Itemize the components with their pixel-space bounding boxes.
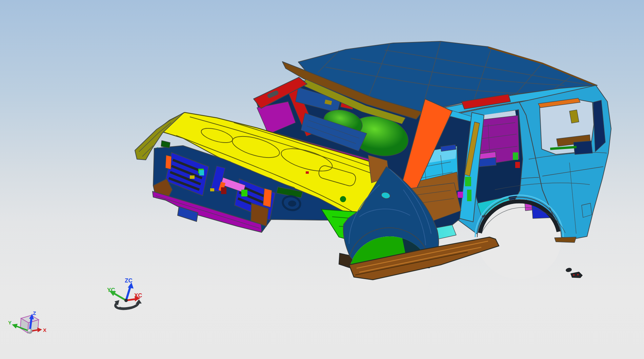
view-origin-sphere[interactable] [27, 329, 32, 334]
wcs-z-label: ZC [125, 277, 133, 284]
green-bit-1[interactable] [241, 190, 247, 196]
rear-lower-sliver[interactable] [555, 237, 576, 242]
b-pillar-green-accent[interactable] [465, 177, 471, 186]
view-x-label: X [43, 327, 46, 333]
headlamp-boss-core [288, 200, 296, 207]
view-z-label: Z [33, 310, 36, 316]
wcs-x-label: XC [134, 292, 142, 299]
loose-parts[interactable] [565, 267, 582, 278]
dark-green-bracket[interactable] [161, 141, 170, 148]
model-canvas[interactable]: ZC YC XC Z Y X [0, 0, 644, 359]
loose-part-bar[interactable] [571, 272, 582, 278]
car-model[interactable] [135, 41, 611, 316]
view-x-arrowhead[interactable] [37, 328, 42, 332]
loose-part-dot-2 [577, 274, 579, 275]
rear-latch-green[interactable] [513, 152, 518, 160]
wcs-y-axis[interactable] [114, 293, 126, 300]
wcs-origin[interactable] [124, 299, 128, 302]
yellow-bit-1[interactable] [190, 175, 195, 179]
green-disc[interactable] [340, 196, 346, 202]
view-triad[interactable]: Z Y X [8, 310, 46, 334]
teal-bit[interactable] [199, 170, 204, 175]
wcs-triad[interactable]: ZC YC XC [107, 277, 142, 309]
loose-part-small[interactable] [565, 267, 572, 272]
orange-bit-1[interactable] [165, 155, 172, 169]
wcs-y-label: YC [107, 287, 115, 293]
wcs-z-axis[interactable] [126, 287, 130, 300]
orange-bit-2[interactable] [263, 188, 272, 207]
rear-tail-step[interactable] [582, 203, 592, 217]
cad-viewport[interactable]: ZC YC XC Z Y X [0, 0, 644, 359]
view-y-label: Y [8, 320, 12, 325]
view-y-arrowhead[interactable] [12, 324, 18, 329]
b-pillar-magenta-accent[interactable] [458, 192, 463, 198]
loose-part-dot-1 [573, 274, 575, 276]
dark-red-bit[interactable] [221, 187, 226, 194]
rear-latch-red[interactable] [515, 162, 520, 168]
hood-red-dot [306, 171, 309, 174]
yellow-bit-2[interactable] [210, 188, 214, 191]
b-pillar-green-accent-2[interactable] [467, 190, 471, 201]
